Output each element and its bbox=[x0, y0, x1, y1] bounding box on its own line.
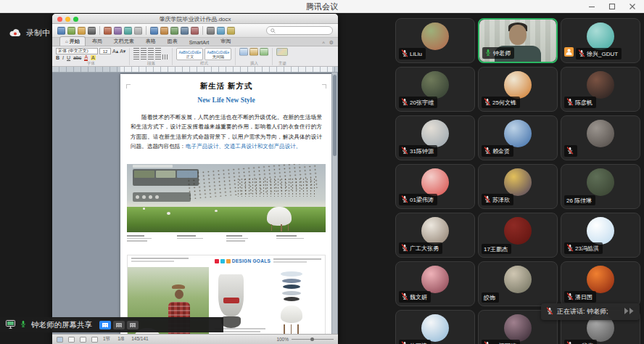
bold-button[interactable]: B bbox=[56, 55, 59, 60]
font-name-select[interactable]: 宋体 (中文正文) bbox=[56, 48, 98, 54]
ribbon-tab-5[interactable]: 图表 bbox=[162, 37, 183, 46]
open-icon[interactable] bbox=[67, 27, 75, 35]
cut-icon[interactable] bbox=[104, 27, 112, 35]
undo-icon[interactable] bbox=[150, 27, 158, 35]
participant-tile-17[interactable]: 皎饰 bbox=[478, 261, 558, 306]
maximize-button[interactable] bbox=[603, 1, 621, 12]
ribbon-tab-6[interactable]: SmartArt bbox=[184, 39, 215, 46]
redo-icon[interactable] bbox=[160, 27, 168, 35]
document-page[interactable]: 新生活 新方式 New Life New Style 随着技术的不断发展，人民的… bbox=[120, 74, 332, 334]
participant-tile-18[interactable]: 潘日国 bbox=[561, 261, 640, 306]
shrink-font-button[interactable]: A▾ bbox=[120, 49, 125, 54]
ribbon-tab-3[interactable]: 文档元素 bbox=[109, 37, 139, 46]
publishing-view-button[interactable] bbox=[80, 337, 86, 343]
participant-tile-14[interactable]: 17王鹏杰 bbox=[478, 213, 558, 258]
search-input[interactable] bbox=[266, 26, 333, 35]
participant-tile-9[interactable] bbox=[561, 115, 640, 160]
mac-close-icon[interactable] bbox=[57, 17, 62, 22]
highlight-button[interactable]: A bbox=[91, 55, 96, 60]
scrollbar-thumb[interactable] bbox=[333, 75, 337, 156]
zoom-level: 100% bbox=[276, 337, 289, 342]
style-card-1[interactable]: AaBbCcDdEe正文 bbox=[176, 48, 203, 60]
participant-tile-1[interactable]: LiLiu bbox=[395, 18, 475, 63]
justify-icon[interactable] bbox=[155, 54, 161, 60]
participant-tile-15[interactable]: 23冯皓淇 bbox=[561, 213, 640, 258]
zoom-slider[interactable] bbox=[292, 339, 334, 340]
participant-nameplate: 20江冠婷 bbox=[482, 340, 520, 344]
align-right-icon[interactable] bbox=[148, 54, 154, 60]
gallery-view-button[interactable] bbox=[99, 321, 111, 329]
tencent-meeting-window: 腾讯会议 录制中 肇庆学院毕业设计作品.docx ⌂开始布局文档 bbox=[0, 0, 644, 344]
style-card-2[interactable]: AaBbCcDdEe无间隔 bbox=[205, 48, 231, 60]
participant-tile-10[interactable]: 01梁伟涛 bbox=[395, 164, 475, 209]
strikethrough-button[interactable]: abc bbox=[73, 55, 81, 60]
hide-video-button[interactable] bbox=[127, 321, 139, 329]
help-icon[interactable] bbox=[227, 27, 235, 35]
screen-share-banner: 钟老师的屏幕共享 bbox=[0, 317, 223, 332]
tab-label: 图表 bbox=[168, 38, 178, 45]
themes-button[interactable] bbox=[276, 48, 288, 56]
picture-button[interactable] bbox=[249, 48, 258, 56]
ribbon-tab-1[interactable]: ⌂开始 bbox=[59, 36, 86, 46]
gear-icon[interactable]: ⚙ bbox=[329, 40, 334, 46]
media-icon[interactable] bbox=[217, 27, 225, 35]
mic-muted-icon bbox=[484, 341, 491, 344]
text-box-button[interactable] bbox=[239, 48, 248, 56]
style-name: 正文 bbox=[186, 54, 194, 59]
format-paint-icon[interactable] bbox=[134, 27, 142, 35]
ribbon-tab-4[interactable]: 表格 bbox=[141, 37, 161, 46]
zoom-menu-icon[interactable] bbox=[207, 27, 215, 35]
word-titlebar[interactable]: 肇庆学院毕业设计作品.docx bbox=[52, 14, 338, 24]
new-doc-icon[interactable] bbox=[57, 27, 65, 35]
collapse-ribbon-icon[interactable]: ^ bbox=[322, 41, 324, 46]
vertical-scrollbar[interactable] bbox=[331, 73, 337, 334]
participant-tile-2[interactable]: 钟老师 bbox=[478, 18, 558, 63]
align-center-icon[interactable] bbox=[141, 54, 146, 60]
grow-font-button[interactable]: A▴ bbox=[112, 49, 118, 54]
insert-picture-icon[interactable] bbox=[191, 27, 199, 35]
number-list-icon[interactable] bbox=[141, 48, 146, 53]
paste-icon[interactable] bbox=[124, 27, 132, 35]
participant-tile-8[interactable]: 赖金贤 bbox=[478, 115, 558, 160]
ribbon-tab-2[interactable]: 布局 bbox=[87, 37, 107, 46]
bullet-list-icon[interactable] bbox=[133, 48, 139, 53]
speaker-view-button[interactable] bbox=[113, 321, 125, 329]
participant-tile-12[interactable]: 26 陈佳琳 bbox=[561, 164, 640, 209]
participant-tile-11[interactable]: 苏泽欣 bbox=[478, 164, 558, 209]
insert-table-icon[interactable] bbox=[170, 27, 178, 35]
font-color-button[interactable]: A bbox=[84, 54, 88, 61]
insert-chart-icon[interactable] bbox=[181, 27, 189, 35]
horizontal-ruler[interactable] bbox=[52, 67, 338, 73]
print-icon[interactable] bbox=[88, 27, 96, 35]
mac-zoom-icon[interactable] bbox=[73, 17, 78, 22]
notebook-view-button[interactable] bbox=[91, 337, 98, 343]
participant-tile-4[interactable]: 20张宇维 bbox=[395, 67, 475, 112]
align-left-icon[interactable] bbox=[133, 54, 139, 60]
mac-minimize-icon[interactable] bbox=[65, 17, 70, 22]
participant-tile-3[interactable]: 徐兴_GDUT bbox=[561, 18, 640, 63]
group-label-insert: 插入 bbox=[239, 62, 268, 66]
participant-tile-6[interactable]: 陈彦帆 bbox=[561, 67, 640, 112]
shape-button[interactable] bbox=[260, 48, 268, 56]
italic-button[interactable]: I bbox=[62, 55, 64, 60]
participant-tile-16[interactable]: 魏文妍 bbox=[395, 261, 475, 306]
close-button[interactable] bbox=[624, 1, 641, 12]
underline-button[interactable]: U bbox=[67, 55, 70, 60]
minimize-button[interactable] bbox=[583, 1, 600, 12]
participant-tile-19[interactable]: 效丽诗 bbox=[395, 310, 475, 344]
copy-icon[interactable] bbox=[114, 27, 122, 35]
mic-muted-icon bbox=[401, 244, 408, 253]
outline-view-button[interactable] bbox=[68, 337, 75, 343]
ribbon-tab-7[interactable]: 审阅 bbox=[215, 37, 236, 46]
indent-icon[interactable] bbox=[148, 48, 154, 53]
font-size-select[interactable]: 12 bbox=[99, 48, 111, 54]
participant-nameplate: 25何文锋 bbox=[482, 97, 520, 108]
outdent-icon[interactable] bbox=[155, 48, 161, 53]
participant-nameplate: 20张宇维 bbox=[399, 97, 437, 108]
participant-tile-13[interactable]: 广工大张勇 bbox=[395, 213, 475, 258]
print-layout-view-button[interactable] bbox=[57, 337, 63, 343]
participant-tile-5[interactable]: 25何文锋 bbox=[478, 67, 558, 112]
save-icon[interactable] bbox=[78, 27, 86, 35]
participant-tile-7[interactable]: 31陈钟源 bbox=[395, 115, 475, 160]
line-spacing-icon[interactable] bbox=[162, 54, 168, 60]
